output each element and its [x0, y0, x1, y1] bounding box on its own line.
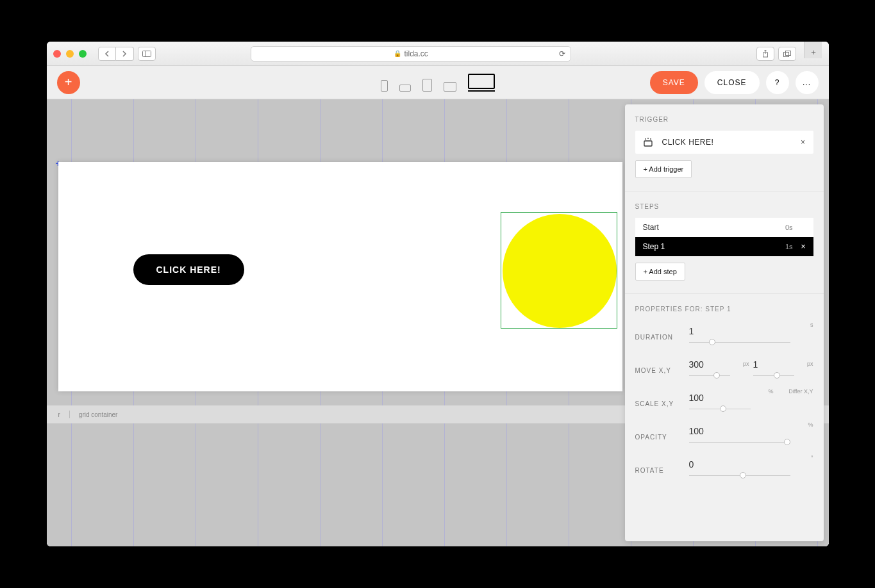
add-trigger-button[interactable]: + Add trigger [635, 160, 692, 178]
minimize-window-dot[interactable] [66, 50, 74, 58]
svg-rect-0 [142, 51, 151, 56]
move-x-value: 300 [689, 359, 730, 372]
footer-grid-container[interactable]: grid container [79, 411, 118, 418]
step-start[interactable]: Start 0s [635, 218, 813, 237]
prop-scale-label: SCALE X,Y [635, 400, 681, 407]
rotate-value: 0 [689, 459, 790, 472]
lock-icon: 🔒 [394, 50, 401, 57]
steps-heading: STEPS [635, 203, 813, 210]
prop-rotate: ROTATE 0 ° [635, 453, 813, 487]
step-1[interactable]: Step 1 1s × [635, 237, 813, 256]
new-tab-button[interactable]: + [804, 42, 822, 58]
step-time: 0s [785, 224, 793, 231]
device-phone[interactable] [381, 80, 388, 92]
more-button[interactable]: ... [796, 71, 819, 94]
trigger-type-icon [643, 137, 653, 147]
prop-opacity-label: OPACITY [635, 434, 681, 441]
footer-crumb[interactable]: r [58, 411, 60, 418]
back-button[interactable] [98, 47, 116, 61]
prop-move: MOVE X,Y 300 px 1 px [635, 354, 813, 387]
yellow-circle-shape[interactable] [503, 214, 617, 328]
reload-icon[interactable]: ⟳ [559, 49, 565, 58]
svg-rect-5 [644, 141, 652, 146]
trigger-section: TRIGGER CLICK HERE! × + Add trigger [625, 104, 824, 192]
url-text: tilda.cc [404, 49, 428, 58]
prop-scale: SCALE X,Y 100 % Differ X,Y [635, 387, 813, 420]
app-toolbar: + SAVE CLOSE ? ... [47, 66, 829, 99]
opacity-slider[interactable]: 100 [689, 426, 790, 448]
step-time: 1s [785, 243, 793, 250]
zoom-window-dot[interactable] [79, 50, 87, 58]
scale-unit: % [758, 387, 774, 395]
svg-rect-4 [786, 51, 791, 55]
sidebar-toggle[interactable] [138, 47, 156, 61]
move-y-value: 1 [753, 359, 794, 372]
scale-slider[interactable]: 100 [689, 393, 751, 414]
scale-differ[interactable]: Differ X,Y [781, 387, 813, 395]
move-x-unit: px [734, 359, 749, 367]
step-remove[interactable]: × [801, 242, 805, 251]
tabs-button[interactable] [778, 47, 796, 61]
move-x-slider[interactable]: 300 [689, 359, 730, 381]
properties-section: PROPERTIES FOR: STEP 1 DURATION 1 s MOVE… [625, 294, 824, 541]
device-phone-landscape[interactable] [399, 85, 411, 92]
prop-rotate-label: ROTATE [635, 467, 681, 474]
steps-section: STEPS Start 0s Step 1 1s × + Add step [625, 192, 824, 294]
duration-unit: s [798, 320, 813, 328]
app-area: + SAVE CLOSE ? ... + CLICK H [47, 66, 829, 546]
opacity-unit: % [798, 420, 813, 428]
window-controls [53, 50, 87, 58]
canvas-click-here-button[interactable]: CLICK HERE! [133, 254, 244, 285]
opacity-value: 100 [689, 426, 790, 439]
close-button[interactable]: CLOSE [704, 71, 760, 94]
move-y-unit: px [798, 359, 813, 367]
add-step-button[interactable]: + Add step [635, 263, 685, 281]
close-window-dot[interactable] [53, 50, 61, 58]
prop-duration: DURATION 1 s [635, 320, 813, 354]
trigger-heading: TRIGGER [635, 116, 813, 123]
prop-move-label: MOVE X,Y [635, 367, 681, 374]
step-label: Start [643, 223, 659, 232]
help-button[interactable]: ? [766, 71, 789, 94]
device-tablet[interactable] [422, 79, 432, 92]
share-button[interactable] [756, 47, 774, 61]
device-desktop[interactable] [468, 74, 495, 92]
trigger-item[interactable]: CLICK HERE! × [635, 131, 813, 154]
move-y-slider[interactable]: 1 [753, 359, 794, 381]
prop-duration-label: DURATION [635, 334, 681, 341]
prop-opacity: OPACITY 100 % [635, 420, 813, 453]
step-label: Step 1 [643, 242, 665, 251]
save-button[interactable]: SAVE [650, 71, 698, 94]
rotate-unit: ° [798, 453, 813, 461]
properties-heading: PROPERTIES FOR: STEP 1 [635, 306, 813, 313]
rotate-slider[interactable]: 0 [689, 459, 790, 481]
duration-value: 1 [689, 326, 790, 339]
device-switcher [381, 74, 495, 92]
add-element-button[interactable]: + [57, 71, 80, 94]
scale-value: 100 [689, 393, 751, 405]
browser-titlebar: 🔒 tilda.cc ⟳ + [47, 42, 829, 66]
safari-window: 🔒 tilda.cc ⟳ + + [47, 42, 829, 546]
trigger-remove[interactable]: × [801, 138, 806, 147]
steps-list: Start 0s Step 1 1s × [635, 218, 813, 256]
selection-box[interactable] [501, 212, 617, 329]
svg-rect-3 [784, 52, 789, 56]
forward-button[interactable] [116, 47, 134, 61]
address-bar[interactable]: 🔒 tilda.cc ⟳ [251, 46, 571, 61]
trigger-item-label: CLICK HERE! [662, 138, 714, 147]
device-tablet-landscape[interactable] [444, 82, 456, 92]
duration-slider[interactable]: 1 [689, 326, 790, 348]
animation-panel: TRIGGER CLICK HERE! × + Add trigger STEP… [625, 104, 824, 541]
divider [69, 411, 70, 418]
